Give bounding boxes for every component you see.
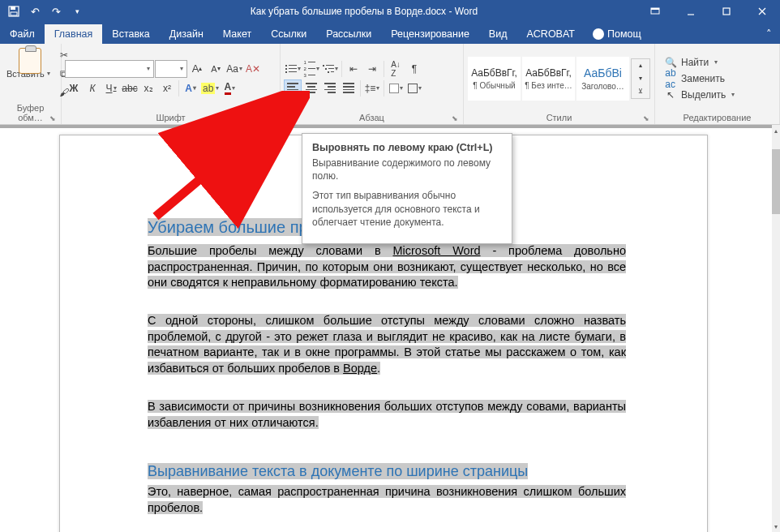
numbering-icon[interactable]: 123▾ (302, 60, 320, 78)
scroll-down-icon[interactable]: ▾ (772, 521, 780, 532)
doc-p2-link: Ворде (343, 362, 377, 375)
borders-icon[interactable]: ▾ (405, 79, 423, 97)
tab-layout[interactable]: Макет (213, 24, 261, 44)
paste-button[interactable]: Вставить▾ (3, 46, 54, 101)
tab-mailings[interactable]: Рассылки (316, 24, 381, 44)
tab-references[interactable]: Ссылки (261, 24, 316, 44)
doc-p1a: Большие пробелы между словами в (148, 244, 392, 257)
tab-file[interactable]: Файл (0, 24, 45, 44)
font-name-combo[interactable]: ▾ (65, 60, 154, 78)
bullets-icon[interactable]: ▾ (284, 60, 302, 78)
tooltip-p2: Этот тип выравнивания обычно используетс… (312, 189, 502, 229)
scroll-up-icon[interactable]: ▴ (772, 125, 780, 136)
change-case-icon[interactable]: Aa▾ (225, 60, 243, 78)
group-clipboard: Вставить▾ ✂ ⧉ 🖌 Буфер обм…⬊ (0, 44, 62, 124)
tab-review[interactable]: Рецензирование (381, 24, 479, 44)
strikethrough-button[interactable]: abc (121, 79, 139, 97)
cursor-icon: ↖ (665, 89, 676, 101)
tooltip-title: Выровнять по левому краю (Ctrl+L) (312, 142, 502, 153)
bold-button[interactable]: Ж (65, 79, 83, 97)
group-paragraph-label: Абзац (359, 113, 384, 122)
align-center-button[interactable] (302, 79, 320, 97)
lightbulb-icon (593, 28, 604, 40)
doc-p3: В зависимости от причины возникновения б… (148, 400, 626, 429)
clear-formatting-icon[interactable]: A✕ (244, 60, 262, 78)
find-button[interactable]: 🔍Найти▾ (663, 55, 771, 70)
subscript-button[interactable]: x₂ (139, 79, 157, 97)
group-paragraph: ▾ 123▾ ▾ ⇤ ⇥ A↓Z ¶ ‡≡▾ ▾ ▾ (281, 44, 464, 124)
font-size-combo[interactable]: ▾ (155, 60, 187, 78)
save-icon[interactable] (5, 2, 23, 20)
doc-p4: Это, наверное, самая распространенная пр… (148, 485, 626, 514)
group-clipboard-label: Буфер обм… (17, 103, 45, 122)
group-font-label: Шрифт (156, 113, 185, 122)
group-font: ▾ ▾ A▴ A▾ Aa▾ A✕ Ж К Ч▾ abc x₂ x² A▾ ab▾… (62, 44, 281, 124)
tell-me[interactable]: Помощ (585, 24, 649, 44)
style-nospacing[interactable]: АаБбВвГг, ¶ Без инте… (522, 57, 575, 101)
highlight-icon[interactable]: ab▾ (200, 79, 220, 97)
svg-rect-4 (651, 8, 659, 10)
align-left-tooltip: Выровнять по левому краю (Ctrl+L) Выравн… (302, 133, 512, 244)
maximize-icon[interactable] (709, 0, 744, 23)
close-icon[interactable] (744, 0, 780, 23)
align-right-button[interactable] (321, 79, 339, 97)
align-justify-button[interactable] (340, 79, 358, 97)
doc-p2a: С одной стороны, слишком большие отступы… (148, 314, 626, 375)
group-styles-label: Стили (546, 113, 572, 122)
vertical-scrollbar[interactable]: ▴ ▾ (772, 125, 780, 532)
decrease-indent-icon[interactable]: ⇤ (345, 60, 362, 78)
qat-more-icon[interactable]: ▾ (68, 2, 86, 20)
clipboard-icon (19, 48, 41, 74)
tab-design[interactable]: Дизайн (160, 24, 213, 44)
select-button[interactable]: ↖Выделить▾ (663, 88, 771, 102)
clipboard-dialog-icon[interactable]: ⬊ (49, 114, 56, 122)
redo-icon[interactable]: ↷ (47, 2, 65, 20)
increase-indent-icon[interactable]: ⇥ (363, 60, 381, 78)
tab-acrobat[interactable]: ACROBAT (516, 24, 585, 44)
show-marks-icon[interactable]: ¶ (405, 60, 423, 78)
document-content[interactable]: Убираем большие про Большие пробелы межд… (148, 217, 626, 516)
style-heading1[interactable]: АаБбВі Заголово… (576, 57, 629, 101)
multilevel-list-icon[interactable]: ▾ (321, 60, 339, 78)
styles-more-icon[interactable]: ⊻ (632, 85, 649, 98)
tab-home[interactable]: Главная (45, 24, 103, 44)
italic-button[interactable]: К (84, 79, 101, 97)
tell-me-label: Помощ (607, 28, 641, 40)
doc-p1-link: Microsoft Word (392, 244, 480, 257)
styles-scroll-up-icon[interactable]: ▴ (632, 59, 649, 72)
superscript-button[interactable]: x² (158, 79, 176, 97)
font-color-icon[interactable]: A▾ (221, 79, 238, 97)
svg-rect-2 (11, 12, 17, 15)
ribbon-options-icon[interactable] (637, 0, 673, 23)
styles-dialog-icon[interactable]: ⬊ (643, 114, 649, 122)
font-dialog-icon[interactable]: ⬊ (268, 114, 275, 122)
doc-heading-1: Убираем большие про (148, 218, 317, 236)
undo-icon[interactable]: ↶ (26, 2, 44, 20)
underline-button[interactable]: Ч▾ (102, 79, 120, 97)
minimize-icon[interactable] (673, 0, 709, 23)
tab-insert[interactable]: Вставка (102, 24, 159, 44)
text-effects-icon[interactable]: A▾ (182, 79, 199, 97)
svg-rect-1 (11, 6, 15, 10)
styles-scroll-down-icon[interactable]: ▾ (632, 72, 649, 85)
replace-label: Заменить (681, 73, 725, 84)
style-normal[interactable]: АаБбВвГг, ¶ Обычный (468, 57, 521, 101)
shading-icon[interactable]: ▾ (387, 79, 405, 97)
quick-access-toolbar: ↶ ↷ ▾ (0, 2, 91, 20)
align-left-button[interactable] (284, 79, 302, 97)
ribbon-tabs: Файл Главная Вставка Дизайн Макет Ссылки… (0, 23, 780, 44)
find-label: Найти (681, 57, 709, 68)
paragraph-dialog-icon[interactable]: ⬊ (452, 114, 458, 122)
scroll-thumb[interactable] (772, 149, 780, 214)
replace-button[interactable]: abacЗаменить (663, 71, 771, 86)
line-spacing-icon[interactable]: ‡≡▾ (363, 79, 381, 97)
tab-view[interactable]: Вид (479, 24, 517, 44)
group-editing-label: Редактирование (684, 113, 752, 122)
collapse-ribbon-icon[interactable]: ˄ (758, 24, 780, 44)
title-bar: ↶ ↷ ▾ Как убрать большие пробелы в Ворде… (0, 0, 780, 23)
shrink-font-icon[interactable]: A▾ (207, 60, 225, 78)
doc-p2b: . (377, 362, 380, 375)
grow-font-icon[interactable]: A▴ (188, 60, 206, 78)
tooltip-p1: Выравнивание содержимого по левому полю. (312, 157, 502, 182)
sort-icon[interactable]: A↓Z (387, 60, 405, 78)
